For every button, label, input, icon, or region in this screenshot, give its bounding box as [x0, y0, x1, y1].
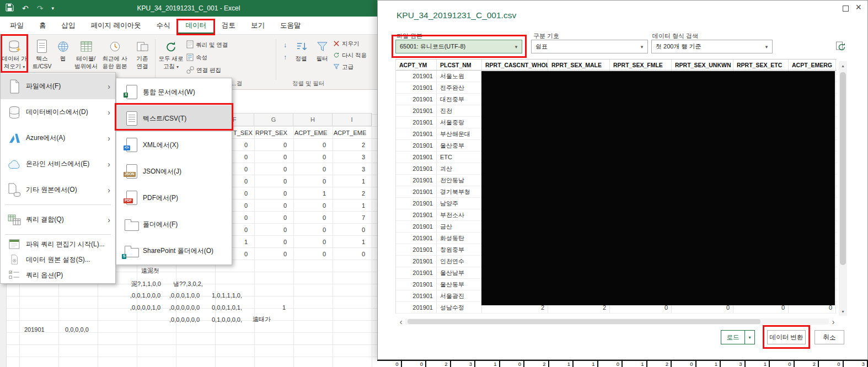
- ribbon-tab[interactable]: 홈: [31, 17, 54, 34]
- ribbon-tab[interactable]: 파일: [2, 17, 31, 34]
- submenu-item[interactable]: PDFPDF에서(P): [116, 185, 232, 211]
- transform-data-button[interactable]: 데이터 변환: [767, 330, 806, 344]
- preview-cell: 울산중부: [437, 140, 482, 151]
- undo-icon[interactable]: ↶: [22, 4, 29, 12]
- sort-descending-button[interactable]: ↑: [279, 52, 291, 62]
- database-icon: [5, 106, 24, 119]
- menu-item[interactable]: 데이터 원본 설정(S)...: [1, 252, 115, 267]
- menu-item[interactable]: 파일에서(F)›: [1, 73, 115, 99]
- menu-item[interactable]: 파워 쿼리 편집기 시작(L)...: [1, 236, 115, 252]
- load-button[interactable]: 로드: [721, 330, 745, 344]
- submenu-item[interactable]: JSONJSON에서(J): [116, 158, 232, 185]
- submenu-item[interactable]: X통합 문서에서(W): [116, 79, 232, 105]
- sheet-cell: 0: [254, 236, 293, 248]
- preview-cell: 201901: [396, 175, 437, 186]
- vertical-scroll-thumb[interactable]: [840, 72, 846, 265]
- vertical-scrollbar[interactable]: ▴ ▾: [839, 61, 847, 316]
- sheet-cell-fragment: 泥?,1,1,0,0: [131, 280, 161, 288]
- edit-links-button[interactable]: 연결 편집: [186, 66, 228, 75]
- submenu-item[interactable]: <>XML에서(X): [116, 132, 232, 158]
- text-csv-label-1: 텍스: [36, 55, 48, 63]
- preview-cell: 201901: [396, 290, 437, 301]
- sheet-cell: 3: [333, 163, 372, 175]
- background-cell: 2: [524, 360, 549, 367]
- redo-icon[interactable]: ↷: [37, 4, 44, 12]
- sheet-cell: 7: [333, 212, 372, 224]
- sheet-cell: 0: [254, 151, 293, 163]
- ribbon-separator: [155, 39, 156, 80]
- ribbon-tab[interactable]: 보기: [243, 17, 272, 34]
- menu-item[interactable]: 쿼리 옵션(P): [1, 267, 115, 283]
- maximize-icon[interactable]: [843, 6, 849, 12]
- refresh-all-button[interactable]: 모두 새로 고침 ▾: [158, 37, 184, 81]
- preview-cell: 대전중부: [437, 94, 482, 105]
- load-split-caret-icon[interactable]: ▾: [744, 330, 755, 344]
- dropdown-caret-icon: ▾: [23, 64, 25, 69]
- scroll-left-icon[interactable]: ‹: [397, 318, 405, 326]
- connections-icon: [136, 38, 149, 55]
- ribbon-tab[interactable]: 페이지 레이아웃: [83, 17, 149, 34]
- qat-caret-icon[interactable]: ▾: [51, 6, 54, 11]
- existing-label-1: 기존: [137, 55, 148, 63]
- reapply-label: 다시 적용: [342, 52, 367, 60]
- group-label-connections: ...결: [232, 80, 242, 88]
- advanced-filter-button[interactable]: 고급: [333, 63, 367, 71]
- refresh-preview-icon[interactable]: [835, 40, 846, 53]
- ribbon-tab[interactable]: 수식: [148, 17, 178, 34]
- column-header-I[interactable]: I: [333, 113, 372, 126]
- ribbon-separator: [276, 39, 276, 80]
- save-icon[interactable]: [6, 3, 14, 14]
- menu-item[interactable]: 쿼리 결합(Q)›: [1, 207, 115, 233]
- sort-ascending-button[interactable]: ↓: [279, 40, 291, 50]
- horizontal-scrollbar[interactable]: ‹ ›: [397, 317, 838, 326]
- sort-button[interactable]: 정렬: [291, 37, 311, 81]
- column-header-G[interactable]: G: [254, 113, 293, 126]
- sort-icon: [295, 38, 308, 55]
- ribbon-tab[interactable]: 도움말: [272, 17, 309, 34]
- existing-connections-button[interactable]: 기존 연결: [131, 37, 153, 81]
- sheet-cell-fragment: 냄??,3,0,2,: [173, 280, 203, 288]
- properties-button[interactable]: 속성: [186, 53, 228, 62]
- clock-icon: [109, 38, 121, 55]
- file-origin-select[interactable]: 65001: 유니코드(UTF-8) ▾: [395, 40, 522, 53]
- submenu-item[interactable]: 폴더에서(F): [116, 211, 232, 238]
- submenu-item-label: 텍스트/CSV(T): [143, 114, 186, 123]
- cancel-button[interactable]: 취소: [815, 330, 844, 344]
- ribbon-tab[interactable]: 데이터: [178, 17, 214, 34]
- menu-item[interactable]: 온라인 서비스에서(E)›: [1, 151, 115, 177]
- preview-col-RPRT_SEX_MALE: RPRT_SEX_MALE: [548, 60, 610, 70]
- scroll-right-icon[interactable]: ›: [829, 318, 838, 326]
- data-type-value: 첫 200개 행 기준: [656, 42, 701, 51]
- clear-label: 지우기: [342, 40, 360, 48]
- column-header-H[interactable]: H: [293, 113, 333, 126]
- sheet-cell: 0: [254, 224, 293, 236]
- menu-item[interactable]: 기타 원본에서(O)›: [1, 177, 115, 203]
- ribbon-tab[interactable]: 삽입: [54, 17, 83, 34]
- horizontal-scroll-thumb[interactable]: [408, 319, 760, 324]
- queries-connections-button[interactable]: 쿼리 및 연결: [186, 40, 228, 50]
- clear-filter-button[interactable]: 지우기: [333, 40, 367, 48]
- sheet-header-cell: ACPT_EME: [334, 127, 366, 139]
- existing-label-2: 연결: [137, 63, 148, 71]
- sheet-header-cell: T_SEX: [233, 127, 253, 139]
- other-icon: [5, 183, 24, 197]
- ribbon-tab[interactable]: 검토: [214, 17, 243, 34]
- data-type-detection-select[interactable]: 첫 200개 행 기준 ▾: [651, 40, 773, 53]
- sheet-cell: 0: [293, 212, 333, 224]
- filter-button[interactable]: 필터: [312, 37, 332, 81]
- scroll-up-icon[interactable]: ▴: [839, 61, 847, 70]
- delimiter-select[interactable]: 쉼표 ▾: [531, 40, 648, 53]
- scroll-down-icon[interactable]: ▾: [839, 307, 847, 316]
- close-icon[interactable]: ×: [855, 2, 861, 14]
- menu-item[interactable]: 데이터베이스에서(D)›: [1, 99, 115, 125]
- background-cell: 0: [377, 360, 402, 367]
- submenu-item[interactable]: SSharePoint 폴더에서(O): [116, 238, 232, 264]
- horizontal-scroll-track[interactable]: [405, 319, 829, 325]
- submenu-item[interactable]: 텍스트/CSV(T): [116, 105, 232, 132]
- sheet-cell: 1: [333, 199, 372, 212]
- reapply-button[interactable]: 다시 적용: [333, 52, 367, 60]
- xml-icon: <>: [121, 138, 143, 152]
- sheet-cell: 0: [293, 248, 333, 260]
- menu-item[interactable]: Azure에서(A)›: [1, 125, 115, 151]
- preview-cell: 201901: [396, 128, 437, 139]
